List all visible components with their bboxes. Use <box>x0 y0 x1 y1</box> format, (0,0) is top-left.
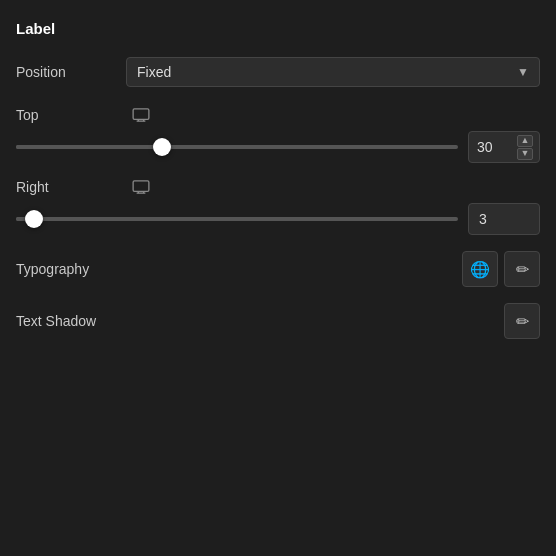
top-slider-track <box>16 145 458 149</box>
typography-icons: 🌐 ✏ <box>462 251 540 287</box>
right-label: Right <box>16 179 126 195</box>
right-label-row: Right <box>16 179 540 195</box>
panel-title: Label <box>16 20 540 37</box>
top-label-row: Top <box>16 107 540 123</box>
position-row: Position Fixed ▼ <box>16 57 540 87</box>
monitor-icon-top <box>132 108 150 122</box>
svg-rect-4 <box>133 181 149 192</box>
text-shadow-row: Text Shadow ✏ <box>16 303 540 339</box>
text-shadow-edit-button[interactable]: ✏ <box>504 303 540 339</box>
position-label: Position <box>16 64 126 80</box>
position-dropdown[interactable]: Fixed ▼ <box>126 57 540 87</box>
position-value: Fixed <box>137 64 171 80</box>
right-slider-fill <box>16 217 25 221</box>
label-panel: Label Position Fixed ▼ Top <box>0 0 556 375</box>
right-slider-track <box>16 217 458 221</box>
edit-icon: ✏ <box>516 260 529 279</box>
top-slider-container[interactable] <box>16 135 458 159</box>
top-number-input[interactable]: ▲ ▼ <box>468 131 540 163</box>
text-shadow-edit-icon: ✏ <box>516 312 529 331</box>
globe-button[interactable]: 🌐 <box>462 251 498 287</box>
top-slider-fill <box>16 145 162 149</box>
right-slider-row: 3 <box>16 203 540 235</box>
svg-rect-0 <box>133 109 149 120</box>
top-spinner: ▲ ▼ <box>517 135 533 160</box>
right-slider-thumb[interactable] <box>25 210 43 228</box>
right-slider-container[interactable] <box>16 207 458 231</box>
monitor-icon-right <box>132 180 150 194</box>
top-decrement-button[interactable]: ▼ <box>517 148 533 160</box>
top-label: Top <box>16 107 126 123</box>
right-number-display[interactable]: 3 <box>468 203 540 235</box>
typography-row: Typography 🌐 ✏ <box>16 251 540 287</box>
typography-edit-button[interactable]: ✏ <box>504 251 540 287</box>
top-section: Top ▲ ▼ <box>16 107 540 163</box>
right-section: Right 3 <box>16 179 540 235</box>
right-value: 3 <box>479 211 487 227</box>
top-slider-thumb[interactable] <box>153 138 171 156</box>
top-increment-button[interactable]: ▲ <box>517 135 533 147</box>
top-slider-row: ▲ ▼ <box>16 131 540 163</box>
top-input-field[interactable] <box>477 139 517 155</box>
chevron-down-icon: ▼ <box>517 65 529 79</box>
typography-label: Typography <box>16 261 462 277</box>
text-shadow-icons: ✏ <box>504 303 540 339</box>
globe-icon: 🌐 <box>470 260 490 279</box>
text-shadow-label: Text Shadow <box>16 313 504 329</box>
